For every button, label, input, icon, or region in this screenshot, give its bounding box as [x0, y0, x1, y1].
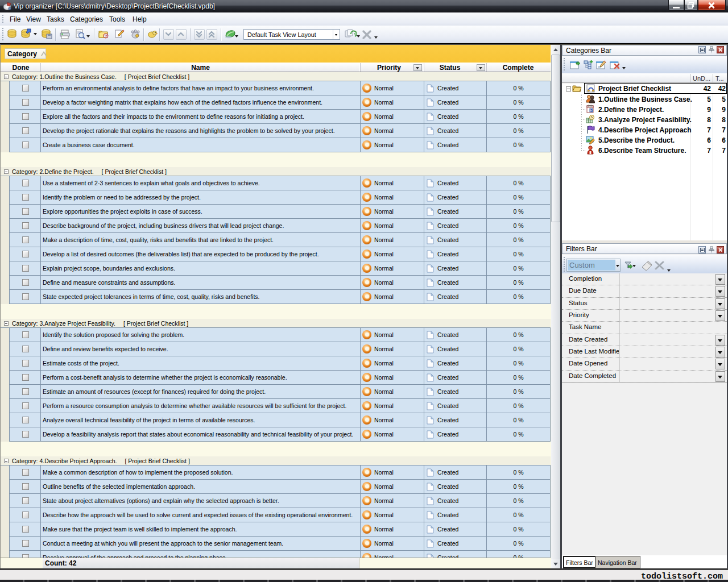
svg-text:?: ?	[105, 34, 107, 39]
svg-text:5: 5	[590, 109, 593, 113]
